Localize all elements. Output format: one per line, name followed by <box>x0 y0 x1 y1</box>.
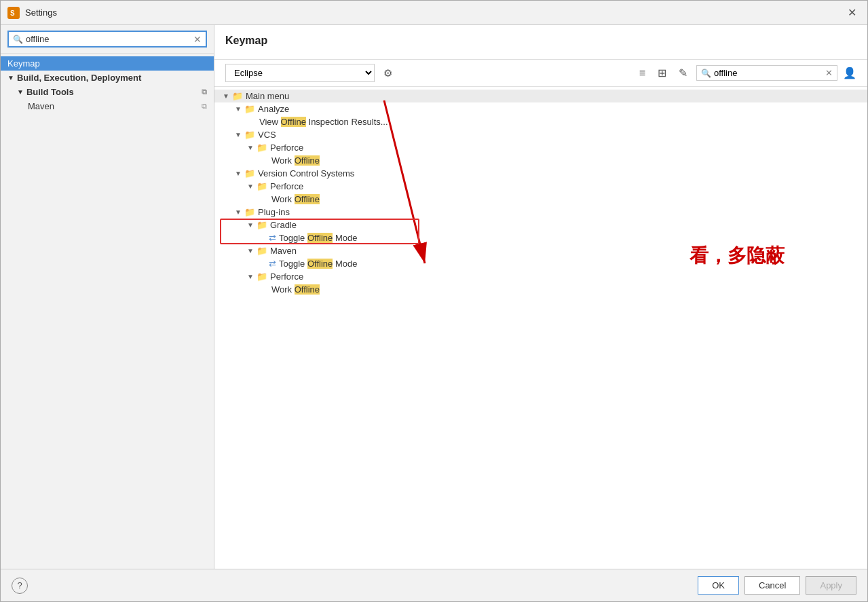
tree-item-perforce2[interactable]: ▼ 📁 Perforce <box>214 180 867 193</box>
cancel-button[interactable]: Cancel <box>744 576 800 595</box>
build-tools-label: Build Tools <box>26 87 74 97</box>
search-input[interactable] <box>26 34 191 44</box>
search-icon: 🔍 <box>13 35 23 44</box>
search-input-wrapper: 🔍 ✕ <box>7 31 207 48</box>
svg-text:S: S <box>10 10 15 17</box>
panel-title: Keymap <box>225 35 856 47</box>
settings-dialog: S Settings ✕ 🔍 ✕ Keymap <box>0 0 868 602</box>
chevron-icon: ▼ <box>244 273 257 280</box>
close-button[interactable]: ✕ <box>844 6 861 20</box>
sidebar: 🔍 ✕ Keymap ▼ Build, Execution, Deploymen… <box>1 25 214 569</box>
keymap-scheme-select[interactable]: Eclipse Default Emacs NetBeans Visual St… <box>225 64 375 82</box>
maven2-label: Maven <box>270 246 297 256</box>
help-button[interactable]: ? <box>12 578 28 594</box>
work-offline2-label: Work Offline <box>271 194 320 204</box>
tree-item-toggle-offline-gradle[interactable]: ⇄ Toggle Offline Mode <box>214 231 867 244</box>
tree-item-vcs[interactable]: ▼ 📁 VCS <box>214 128 867 141</box>
sidebar-item-build-tools[interactable]: ▼ Build Tools ⧉ <box>1 85 214 99</box>
sidebar-tree: Keymap ▼ Build, Execution, Deployment ▼ … <box>1 54 214 569</box>
chevron-icon: ▼ <box>220 92 232 100</box>
search-right-wrapper: 🔍 ✕ <box>696 65 837 81</box>
search-box: 🔍 ✕ <box>1 25 214 54</box>
chevron-icon: ▼ <box>232 105 244 113</box>
sidebar-item-keymap[interactable]: Keymap <box>1 56 214 71</box>
tree-item-work-offline2[interactable]: Work Offline <box>214 193 867 206</box>
plugins-label: Plug-ins <box>258 207 290 217</box>
dialog-title: Settings <box>25 7 57 18</box>
keymap-search-clear-button[interactable]: ✕ <box>825 68 833 78</box>
app-icon: S <box>7 7 20 19</box>
find-action-icon[interactable]: 👤 <box>843 67 856 79</box>
chevron-icon: ▼ <box>232 131 244 138</box>
bottom-bar: ? OK Cancel Apply <box>1 569 867 601</box>
folder-icon: 📁 <box>244 130 255 140</box>
sidebar-item-maven[interactable]: Maven ⧉ <box>1 99 214 113</box>
tree-item-toggle-offline-maven[interactable]: ⇄ Toggle Offline Mode <box>214 257 867 270</box>
right-panel: Keymap Eclipse Default Emacs NetBeans Vi… <box>214 25 867 569</box>
copy-icon: ⧉ <box>202 88 207 96</box>
tree-item-analyze[interactable]: ▼ 📁 Analyze <box>214 102 867 115</box>
main-content: 🔍 ✕ Keymap ▼ Build, Execution, Deploymen… <box>1 25 867 569</box>
settings-gear-button[interactable]: ⚙ <box>380 65 396 81</box>
chevron-icon: ▼ <box>244 183 257 190</box>
action-buttons: OK Cancel Apply <box>698 576 856 595</box>
folder-icon: 📁 <box>257 220 267 230</box>
tree-item-work-offline1[interactable]: Work Offline <box>214 154 867 167</box>
edit-shortcut-button[interactable]: ✎ <box>675 64 691 81</box>
view-offline-label: View Offline Inspection Results... <box>259 117 388 127</box>
folder-icon: 📁 <box>257 181 267 191</box>
keymap-label: Keymap <box>7 58 40 69</box>
copy-icon: ⧉ <box>202 102 207 111</box>
perforce1-label: Perforce <box>270 143 303 153</box>
title-bar-left: S Settings <box>7 7 57 19</box>
work-offline1-label: Work Offline <box>271 155 320 166</box>
chevron-icon: ▼ <box>17 88 24 96</box>
folder-icon: 📁 <box>257 143 267 153</box>
ok-button[interactable]: OK <box>698 576 739 595</box>
search-right-icon: 🔍 <box>701 69 711 78</box>
tree-item-perforce3[interactable]: ▼ 📁 Perforce <box>214 270 867 283</box>
tree-panel: ▼ 📁 Main menu ▼ 📁 Analyze View Offline I… <box>214 87 867 569</box>
tree-item-work-offline3[interactable]: Work Offline <box>214 283 867 296</box>
gradle-label: Gradle <box>270 220 297 230</box>
folder-icon: 📁 <box>257 271 267 282</box>
keymap-select-row: Eclipse Default Emacs NetBeans Visual St… <box>225 64 630 82</box>
tree-item-main-menu[interactable]: ▼ 📁 Main menu <box>214 90 867 102</box>
clear-search-button[interactable]: ✕ <box>193 35 202 44</box>
toggle-icon: ⇄ <box>269 233 276 243</box>
title-bar: S Settings ✕ <box>1 1 867 25</box>
tree-item-maven2[interactable]: ▼ 📁 Maven <box>214 244 867 257</box>
chevron-icon: ▼ <box>244 221 257 229</box>
chevron-icon: ▼ <box>244 144 257 151</box>
keymap-search-input[interactable] <box>714 68 823 78</box>
chevron-icon: ▼ <box>232 170 244 177</box>
tree-item-perforce1[interactable]: ▼ 📁 Perforce <box>214 141 867 154</box>
chevron-icon: ▼ <box>244 247 257 255</box>
analyze-label: Analyze <box>258 104 289 114</box>
toggle-offline-gradle-label: Toggle Offline Mode <box>279 233 357 243</box>
vcs-label: VCS <box>258 130 276 140</box>
build-exec-label: Build, Execution, Deployment <box>17 73 141 83</box>
folder-icon: 📁 <box>244 104 255 114</box>
folder-icon: 📁 <box>244 168 255 178</box>
chevron-icon: ▼ <box>7 74 14 81</box>
collapse-all-button[interactable]: ≡ <box>636 65 649 81</box>
sidebar-item-build-exec[interactable]: ▼ Build, Execution, Deployment <box>1 71 214 85</box>
panel-header: Keymap <box>214 25 867 60</box>
folder-icon: 📁 <box>257 246 267 256</box>
toggle-icon: ⇄ <box>269 259 276 269</box>
panel-toolbar: Eclipse Default Emacs NetBeans Visual St… <box>214 60 867 87</box>
perforce3-label: Perforce <box>270 271 303 282</box>
vcs2-label: Version Control Systems <box>258 168 354 178</box>
folder-icon: 📁 <box>244 207 255 217</box>
chevron-icon: ▼ <box>232 208 244 216</box>
main-menu-label: Main menu <box>246 91 289 101</box>
work-offline3-label: Work Offline <box>271 284 320 295</box>
tree-item-vcs2[interactable]: ▼ 📁 Version Control Systems <box>214 167 867 180</box>
expand-all-button[interactable]: ⊞ <box>654 64 670 81</box>
tree-item-gradle[interactable]: ▼ 📁 Gradle <box>214 219 867 231</box>
apply-button: Apply <box>806 576 856 595</box>
maven-label: Maven <box>28 101 54 111</box>
tree-item-plugins[interactable]: ▼ 📁 Plug-ins <box>214 206 867 219</box>
tree-item-view-offline[interactable]: View Offline Inspection Results... <box>214 115 867 128</box>
